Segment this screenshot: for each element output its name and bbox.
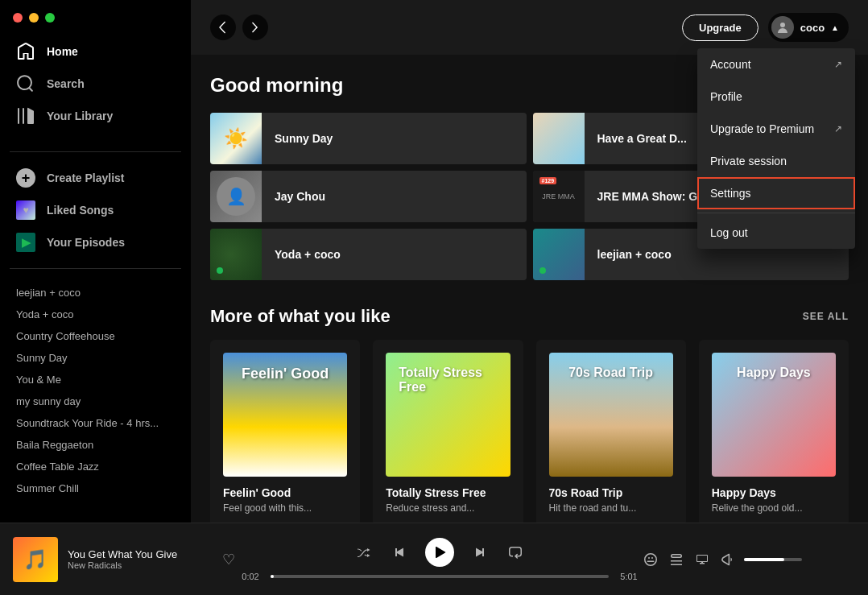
sidebar-nav: Home Search Your Library	[0, 23, 191, 145]
play-bar: 🎵 You Get What You Give New Radicals ♡	[0, 523, 868, 595]
quick-play-img-sunny-day	[210, 113, 262, 164]
nav-buttons	[210, 14, 268, 40]
card-subtitle: Hit the road and tu...	[549, 502, 673, 514]
repeat-button[interactable]	[506, 543, 525, 562]
now-playing: 🎵 You Get What You Give New Radicals ♡	[13, 537, 238, 582]
quick-play-jay-chou[interactable]: 👤 Jay Chou	[210, 171, 527, 222]
card-feelin-good[interactable]: Feelin' Good Feelin' Good Feel good with…	[210, 340, 360, 523]
forward-button[interactable]	[242, 14, 268, 40]
search-icon	[16, 74, 35, 93]
card-subtitle: Reduce stress and...	[386, 502, 510, 514]
quick-play-label: leejian + coco	[585, 248, 684, 261]
library-item[interactable]: You & Me	[0, 369, 191, 390]
library-icon	[16, 106, 35, 126]
traffic-light-close[interactable]	[13, 13, 23, 23]
create-playlist-button[interactable]: + Create Playlist	[6, 162, 184, 194]
home-icon	[16, 42, 35, 61]
episodes-icon: ▶	[16, 233, 35, 252]
liked-songs-button[interactable]: ♥ Liked Songs	[6, 194, 184, 226]
library-item[interactable]: Yoda + coco	[0, 304, 191, 325]
top-bar-right: Upgrade coco ▲	[682, 13, 849, 42]
card-img-happy-days: Happy Days	[712, 353, 836, 477]
dropdown-item-upgrade[interactable]: Upgrade to Premium ↗	[697, 113, 855, 145]
external-link-icon: ↗	[834, 59, 842, 70]
total-time: 5:01	[617, 572, 641, 581]
quick-play-label: Have a Great D...	[585, 132, 700, 145]
card-img-road-trip: 70s Road Trip	[549, 353, 673, 477]
sidebar-item-library[interactable]: Your Library	[6, 100, 184, 132]
sidebar-item-search[interactable]: Search	[6, 68, 184, 100]
your-episodes-label: Your Episodes	[47, 236, 125, 249]
dropdown-item-settings[interactable]: Settings	[697, 177, 855, 209]
external-link-icon-2: ↗	[834, 123, 842, 134]
see-all-button[interactable]: SEE ALL	[803, 311, 849, 322]
back-button[interactable]	[210, 14, 236, 40]
devices-button[interactable]	[692, 550, 712, 569]
sidebar-item-home[interactable]: Home	[6, 35, 184, 68]
dropdown-item-account[interactable]: Account ↗	[697, 48, 855, 81]
your-episodes-button[interactable]: ▶ Your Episodes	[6, 226, 184, 258]
quick-play-img-jay-chou: 👤	[210, 171, 262, 222]
library-item[interactable]: my sunny day	[0, 390, 191, 412]
user-menu-button[interactable]: coco ▲	[768, 13, 849, 42]
username-label: coco	[800, 22, 825, 34]
traffic-light-minimize[interactable]	[29, 13, 39, 23]
volume-fill	[744, 558, 784, 561]
card-title: 70s Road Trip	[549, 486, 673, 499]
sidebar-actions: + Create Playlist ♥ Liked Songs ▶ Your E…	[0, 159, 191, 262]
quick-play-sunny-day[interactable]: Sunny Day	[210, 113, 527, 164]
card-img-feelin-good: Feelin' Good	[223, 353, 347, 477]
extra-controls	[641, 550, 802, 569]
track-title: You Get What You Give	[68, 548, 209, 560]
card-subtitle: Feel good with this...	[223, 502, 347, 514]
heart-icon: ♥	[16, 200, 35, 220]
shuffle-button[interactable]	[354, 543, 374, 562]
now-playing-album-art: 🎵	[13, 537, 58, 582]
library-item[interactable]: Coffee Table Jazz	[0, 456, 191, 477]
progress-row: 0:02 5:01	[238, 572, 641, 581]
sidebar-item-label-search: Search	[47, 77, 85, 90]
sidebar-item-label-library: Your Library	[47, 109, 113, 122]
lyrics-button[interactable]	[641, 550, 660, 569]
current-time: 0:02	[238, 572, 262, 581]
dropdown-item-private-session[interactable]: Private session	[697, 145, 855, 177]
traffic-light-maximize[interactable]	[45, 13, 55, 23]
main-content: Upgrade coco ▲ Account ↗	[191, 0, 868, 523]
dropdown-item-logout[interactable]: Log out	[697, 217, 855, 249]
dropdown-item-profile[interactable]: Profile	[697, 81, 855, 113]
cards-grid: Feelin' Good Feelin' Good Feel good with…	[210, 340, 849, 523]
library-item[interactable]: Sunny Day	[0, 347, 191, 369]
library-item[interactable]: Baila Reggaeton	[0, 434, 191, 456]
progress-bar[interactable]	[271, 575, 609, 578]
sidebar-item-label-home: Home	[47, 45, 78, 58]
card-stress-free[interactable]: Totally Stress Free Totally Stress Free …	[373, 340, 523, 523]
card-road-trip[interactable]: 70s Road Trip 70s Road Trip Hit the road…	[536, 340, 686, 523]
plus-icon: +	[16, 168, 35, 188]
next-button[interactable]	[470, 543, 490, 562]
sidebar: Home Search Your Library	[0, 0, 191, 523]
upgrade-button[interactable]: Upgrade	[682, 14, 758, 41]
library-item[interactable]: leejian + coco	[0, 282, 191, 304]
queue-button[interactable]	[667, 550, 686, 569]
library-list: leejian + coco Yoda + coco Country Coffe…	[0, 275, 191, 523]
library-item[interactable]: Soundtrack Your Ride - 4 hrs...	[0, 412, 191, 434]
library-item[interactable]: Summer Chill	[0, 477, 191, 499]
user-dropdown-menu: Account ↗ Profile Upgrade to Premium ↗ P…	[697, 48, 855, 249]
like-button[interactable]: ♡	[219, 547, 238, 572]
volume-bar[interactable]	[744, 558, 802, 561]
quick-play-img-leejian	[533, 229, 585, 280]
quick-play-label: Yoda + coco	[262, 248, 353, 261]
quick-play-label: Sunny Day	[262, 132, 345, 145]
quick-play-img-yoda	[210, 229, 262, 280]
previous-button[interactable]	[390, 543, 409, 562]
volume-button[interactable]	[718, 550, 738, 569]
card-img-stress-free: Totally Stress Free	[386, 353, 510, 477]
card-title: Feelin' Good	[223, 486, 347, 499]
play-pause-button[interactable]	[425, 538, 454, 567]
now-playing-info: You Get What You Give New Radicals	[68, 548, 209, 570]
card-happy-days[interactable]: Happy Days Happy Days Relive the good ol…	[699, 340, 849, 523]
library-item[interactable]: Country Coffeehouse	[0, 325, 191, 347]
create-playlist-label: Create Playlist	[47, 171, 125, 184]
player-controls: 0:02 5:01	[238, 538, 641, 581]
quick-play-yoda[interactable]: Yoda + coco	[210, 229, 527, 280]
